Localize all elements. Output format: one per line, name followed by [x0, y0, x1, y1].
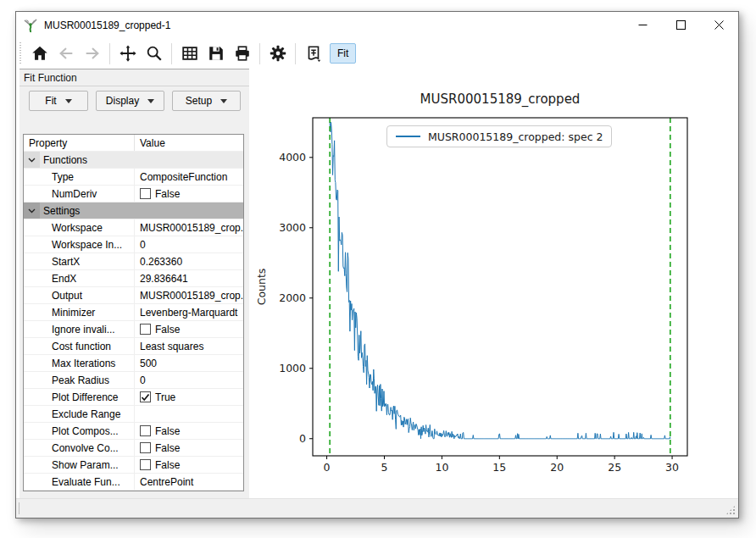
checkbox-checked[interactable]: [140, 391, 151, 402]
fit-toggle-label: Fit: [337, 47, 348, 59]
status-bar: [16, 498, 738, 518]
property-column-header: Property: [24, 135, 135, 151]
maximize-button[interactable]: [662, 12, 700, 38]
collapse-toggle[interactable]: [24, 202, 40, 219]
mantid-logo-icon[interactable]: [23, 18, 38, 33]
toolbar-separator: [171, 43, 172, 64]
checkbox-unchecked[interactable]: [140, 324, 151, 335]
figure-canvas[interactable]: 05101520253001000200030004000 MUSR000151…: [249, 69, 738, 498]
legend-label: MUSR00015189_cropped: spec 2: [428, 130, 603, 143]
property-name: Max Iterations: [24, 355, 135, 371]
property-row[interactable]: Plot DifferenceTrue: [24, 389, 243, 406]
floppy-save-icon: [207, 44, 225, 63]
property-value[interactable]: False: [135, 186, 243, 202]
property-row[interactable]: Show Param...False: [24, 457, 243, 474]
property-value[interactable]: MUSR00015189_crop...: [135, 219, 243, 236]
property-value[interactable]: 0: [135, 372, 243, 388]
property-row[interactable]: EndX29.836641: [24, 270, 243, 287]
table-header-row: Property Value: [24, 135, 243, 152]
property-row[interactable]: Workspace In...0: [24, 236, 243, 253]
property-row[interactable]: TypeCompositeFunction: [24, 169, 243, 186]
svg-text:30: 30: [665, 461, 679, 474]
svg-text:3000: 3000: [279, 221, 306, 234]
property-row[interactable]: Peak Radius0: [24, 372, 243, 389]
property-value[interactable]: MUSR00015189_crop...: [135, 287, 243, 303]
property-name: Plot Compos...: [24, 423, 135, 439]
chevron-down-icon: [220, 99, 227, 103]
home-button[interactable]: [27, 42, 52, 66]
property-value[interactable]: 500: [135, 355, 243, 371]
svg-text:5: 5: [381, 461, 388, 474]
property-value[interactable]: False: [135, 321, 243, 337]
save-button[interactable]: [203, 42, 228, 66]
plot-toolbar: Fit: [16, 38, 738, 69]
back-button[interactable]: [53, 42, 78, 66]
property-value[interactable]: True: [135, 389, 243, 405]
checkbox-unchecked[interactable]: [140, 425, 151, 436]
close-button[interactable]: [700, 12, 738, 38]
svg-text:10: 10: [435, 461, 448, 474]
property-name: Cost function: [24, 338, 135, 354]
property-row[interactable]: WorkspaceMUSR00015189_crop...: [24, 219, 243, 236]
bool-value-text: False: [155, 459, 180, 471]
dock-title[interactable]: Fit Function: [19, 69, 249, 86]
pan-icon: [119, 44, 137, 63]
fit-menu-button[interactable]: Fit: [29, 91, 88, 111]
collapse-toggle[interactable]: [24, 152, 40, 168]
resize-grip-icon[interactable]: [725, 505, 736, 515]
property-row[interactable]: Evaluate Fun...CentrePoint: [24, 474, 243, 491]
property-row[interactable]: Plot Compos...False: [24, 423, 243, 440]
property-row[interactable]: Cost functionLeast squares: [24, 338, 243, 355]
property-row[interactable]: StartX0.263360: [24, 253, 243, 270]
property-value[interactable]: [135, 406, 243, 422]
bool-value-text: False: [155, 188, 180, 200]
checkbox-unchecked[interactable]: [140, 188, 151, 199]
forward-button[interactable]: [80, 42, 104, 66]
checkbox-unchecked[interactable]: [140, 459, 151, 470]
group-row[interactable]: Settings: [24, 202, 243, 219]
zoom-button[interactable]: [142, 42, 166, 66]
property-row[interactable]: NumDerivFalse: [24, 186, 243, 202]
property-value[interactable]: CentrePoint: [135, 474, 243, 490]
svg-text:4000: 4000: [279, 151, 306, 164]
legend[interactable]: MUSR00015189_cropped: spec 2: [386, 125, 612, 147]
toolbar-drag-handle[interactable]: [19, 42, 23, 64]
property-value[interactable]: False: [135, 423, 243, 439]
property-value[interactable]: False: [135, 440, 243, 456]
configure-subplots-button[interactable]: [177, 42, 202, 66]
svg-text:20: 20: [550, 461, 564, 474]
bool-value-text: True: [155, 391, 175, 403]
fit-toggle-button[interactable]: Fit: [330, 43, 356, 64]
property-table: Property Value FunctionsTypeCompositeFun…: [23, 134, 244, 491]
bool-value-text: False: [155, 442, 180, 454]
axes-frame: [313, 118, 687, 456]
property-value[interactable]: Levenberg-Marquardt: [135, 304, 243, 320]
setup-menu-button[interactable]: Setup: [172, 91, 241, 111]
property-row[interactable]: Convolve Co...False: [24, 440, 243, 457]
property-value[interactable]: 0.263360: [135, 253, 243, 269]
property-row[interactable]: MinimizerLevenberg-Marquardt: [24, 304, 243, 321]
customize-button[interactable]: [265, 42, 290, 66]
fit-script-button[interactable]: [301, 42, 325, 66]
print-button[interactable]: [230, 42, 254, 66]
fit-menu-label: Fit: [45, 95, 56, 107]
minimize-button[interactable]: [624, 12, 662, 38]
checkbox-unchecked[interactable]: [140, 442, 151, 453]
fit-function-dock: Fit Function Fit Display Setup: [19, 69, 249, 498]
property-value[interactable]: 0: [135, 236, 243, 252]
property-name: StartX: [24, 253, 135, 269]
property-value[interactable]: False: [135, 457, 243, 473]
plot-window: MUSR00015189_cropped-1: [15, 11, 739, 519]
property-row[interactable]: Max Iterations500: [24, 355, 243, 372]
property-row[interactable]: Exclude Range: [24, 406, 243, 423]
property-value[interactable]: CompositeFunction: [135, 169, 243, 185]
property-value[interactable]: 29.836641: [135, 270, 243, 286]
group-row[interactable]: Functions: [24, 152, 243, 169]
display-menu-button[interactable]: Display: [96, 91, 164, 111]
property-row[interactable]: Ignore invali...False: [24, 321, 243, 338]
fit-menu-row: Fit Display Setup: [19, 91, 249, 112]
pan-button[interactable]: [115, 42, 140, 66]
property-value[interactable]: Least squares: [135, 338, 243, 354]
property-row[interactable]: OutputMUSR00015189_crop...: [24, 287, 243, 304]
titlebar[interactable]: MUSR00015189_cropped-1: [16, 12, 738, 38]
